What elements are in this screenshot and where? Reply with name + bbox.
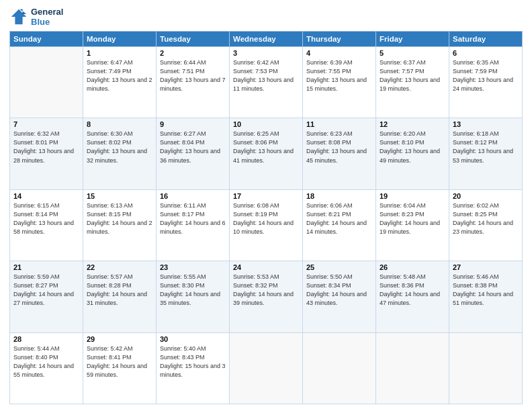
day-info: Sunrise: 5:57 AMSunset: 8:28 PMDaylight:…: [87, 273, 152, 308]
calendar-table: SundayMondayTuesdayWednesdayThursdayFrid…: [9, 31, 523, 404]
weekday-header-saturday: Saturday: [449, 32, 523, 47]
logo-icon: [9, 7, 28, 26]
header: General Blue: [9, 7, 523, 27]
svg-marker-0: [11, 9, 26, 24]
day-cell: 8Sunrise: 6:30 AMSunset: 8:02 PMDaylight…: [83, 118, 157, 189]
day-cell: [376, 332, 449, 404]
day-cell: [230, 332, 303, 404]
day-cell: 14Sunrise: 6:15 AMSunset: 8:14 PMDayligh…: [10, 189, 83, 261]
day-number: 3: [233, 49, 299, 57]
day-info: Sunrise: 6:23 AMSunset: 8:08 PMDaylight:…: [306, 130, 372, 165]
day-info: Sunrise: 5:46 AMSunset: 8:38 PMDaylight:…: [453, 273, 519, 308]
day-info: Sunrise: 5:53 AMSunset: 8:32 PMDaylight:…: [233, 273, 299, 308]
day-info: Sunrise: 6:32 AMSunset: 8:01 PMDaylight:…: [13, 130, 79, 165]
day-number: 21: [13, 263, 79, 271]
day-info: Sunrise: 6:13 AMSunset: 8:15 PMDaylight:…: [87, 201, 152, 236]
day-cell: 22Sunrise: 5:57 AMSunset: 8:28 PMDayligh…: [83, 261, 157, 332]
day-number: 19: [380, 192, 445, 200]
day-number: 29: [87, 335, 152, 343]
day-number: 12: [380, 120, 445, 128]
weekday-header-sunday: Sunday: [10, 32, 83, 47]
day-info: Sunrise: 5:48 AMSunset: 8:36 PMDaylight:…: [380, 273, 445, 308]
weekday-header-thursday: Thursday: [303, 32, 376, 47]
day-number: 17: [233, 192, 299, 200]
week-row-4: 21Sunrise: 5:59 AMSunset: 8:27 PMDayligh…: [10, 261, 523, 332]
day-info: Sunrise: 6:30 AMSunset: 8:02 PMDaylight:…: [87, 130, 152, 165]
weekday-header-row: SundayMondayTuesdayWednesdayThursdayFrid…: [10, 32, 523, 47]
day-number: 13: [453, 120, 519, 128]
weekday-header-monday: Monday: [83, 32, 157, 47]
day-cell: [449, 332, 523, 404]
day-info: Sunrise: 6:25 AMSunset: 8:06 PMDaylight:…: [233, 130, 299, 165]
day-number: 6: [453, 49, 519, 57]
day-number: 16: [160, 192, 226, 200]
day-cell: 4Sunrise: 6:39 AMSunset: 7:55 PMDaylight…: [303, 47, 376, 118]
day-cell: [303, 332, 376, 404]
day-cell: 9Sunrise: 6:27 AMSunset: 8:04 PMDaylight…: [157, 118, 230, 189]
day-cell: 17Sunrise: 6:08 AMSunset: 8:19 PMDayligh…: [230, 189, 303, 261]
day-cell: 3Sunrise: 6:42 AMSunset: 7:53 PMDaylight…: [230, 47, 303, 118]
day-info: Sunrise: 6:18 AMSunset: 8:12 PMDaylight:…: [453, 130, 519, 165]
week-row-3: 14Sunrise: 6:15 AMSunset: 8:14 PMDayligh…: [10, 189, 523, 261]
day-number: 9: [160, 120, 226, 128]
day-cell: 13Sunrise: 6:18 AMSunset: 8:12 PMDayligh…: [449, 118, 523, 189]
logo-text: General Blue: [31, 7, 63, 27]
day-cell: 29Sunrise: 5:42 AMSunset: 8:41 PMDayligh…: [83, 332, 157, 404]
day-cell: 23Sunrise: 5:55 AMSunset: 8:30 PMDayligh…: [157, 261, 230, 332]
day-cell: 19Sunrise: 6:04 AMSunset: 8:23 PMDayligh…: [376, 189, 449, 261]
page-container: General Blue SundayMondayTuesdayWednesda…: [0, 0, 532, 411]
day-number: 11: [306, 120, 372, 128]
day-cell: [10, 47, 83, 118]
day-cell: 16Sunrise: 6:11 AMSunset: 8:17 PMDayligh…: [157, 189, 230, 261]
day-number: 5: [380, 49, 445, 57]
day-cell: 7Sunrise: 6:32 AMSunset: 8:01 PMDaylight…: [10, 118, 83, 189]
day-number: 14: [13, 192, 79, 200]
day-cell: 5Sunrise: 6:37 AMSunset: 7:57 PMDaylight…: [376, 47, 449, 118]
day-info: Sunrise: 6:37 AMSunset: 7:57 PMDaylight:…: [380, 58, 445, 93]
day-info: Sunrise: 6:35 AMSunset: 7:59 PMDaylight:…: [453, 58, 519, 93]
day-info: Sunrise: 6:47 AMSunset: 7:49 PMDaylight:…: [87, 58, 152, 93]
day-info: Sunrise: 5:55 AMSunset: 8:30 PMDaylight:…: [160, 273, 226, 308]
day-number: 25: [306, 263, 372, 271]
day-number: 4: [306, 49, 372, 57]
day-cell: 20Sunrise: 6:02 AMSunset: 8:25 PMDayligh…: [449, 189, 523, 261]
day-number: 30: [160, 335, 226, 343]
day-number: 7: [13, 120, 79, 128]
day-number: 22: [87, 263, 152, 271]
day-info: Sunrise: 6:04 AMSunset: 8:23 PMDaylight:…: [380, 201, 445, 236]
day-number: 15: [87, 192, 152, 200]
day-cell: 2Sunrise: 6:44 AMSunset: 7:51 PMDaylight…: [157, 47, 230, 118]
day-number: 27: [453, 263, 519, 271]
logo: General Blue: [9, 7, 63, 27]
week-row-5: 28Sunrise: 5:44 AMSunset: 8:40 PMDayligh…: [10, 332, 523, 404]
day-info: Sunrise: 6:11 AMSunset: 8:17 PMDaylight:…: [160, 201, 226, 236]
day-cell: 10Sunrise: 6:25 AMSunset: 8:06 PMDayligh…: [230, 118, 303, 189]
day-info: Sunrise: 6:27 AMSunset: 8:04 PMDaylight:…: [160, 130, 226, 165]
day-cell: 6Sunrise: 6:35 AMSunset: 7:59 PMDaylight…: [449, 47, 523, 118]
day-cell: 25Sunrise: 5:50 AMSunset: 8:34 PMDayligh…: [303, 261, 376, 332]
day-info: Sunrise: 5:50 AMSunset: 8:34 PMDaylight:…: [306, 273, 372, 308]
day-info: Sunrise: 5:40 AMSunset: 8:43 PMDaylight:…: [160, 345, 226, 379]
day-cell: 1Sunrise: 6:47 AMSunset: 7:49 PMDaylight…: [83, 47, 157, 118]
day-cell: 27Sunrise: 5:46 AMSunset: 8:38 PMDayligh…: [449, 261, 523, 332]
day-info: Sunrise: 5:59 AMSunset: 8:27 PMDaylight:…: [13, 273, 79, 308]
day-cell: 21Sunrise: 5:59 AMSunset: 8:27 PMDayligh…: [10, 261, 83, 332]
weekday-header-tuesday: Tuesday: [157, 32, 230, 47]
day-number: 8: [87, 120, 152, 128]
day-cell: 24Sunrise: 5:53 AMSunset: 8:32 PMDayligh…: [230, 261, 303, 332]
day-cell: 26Sunrise: 5:48 AMSunset: 8:36 PMDayligh…: [376, 261, 449, 332]
day-info: Sunrise: 6:39 AMSunset: 7:55 PMDaylight:…: [306, 58, 372, 93]
day-number: 10: [233, 120, 299, 128]
day-info: Sunrise: 6:42 AMSunset: 7:53 PMDaylight:…: [233, 58, 299, 93]
day-info: Sunrise: 6:15 AMSunset: 8:14 PMDaylight:…: [13, 201, 79, 236]
day-number: 23: [160, 263, 226, 271]
day-info: Sunrise: 5:44 AMSunset: 8:40 PMDaylight:…: [13, 345, 79, 379]
day-info: Sunrise: 6:20 AMSunset: 8:10 PMDaylight:…: [380, 130, 445, 165]
day-number: 24: [233, 263, 299, 271]
day-number: 26: [380, 263, 445, 271]
day-number: 2: [160, 49, 226, 57]
day-cell: 12Sunrise: 6:20 AMSunset: 8:10 PMDayligh…: [376, 118, 449, 189]
day-info: Sunrise: 6:08 AMSunset: 8:19 PMDaylight:…: [233, 201, 299, 236]
day-number: 18: [306, 192, 372, 200]
day-info: Sunrise: 6:06 AMSunset: 8:21 PMDaylight:…: [306, 201, 372, 236]
